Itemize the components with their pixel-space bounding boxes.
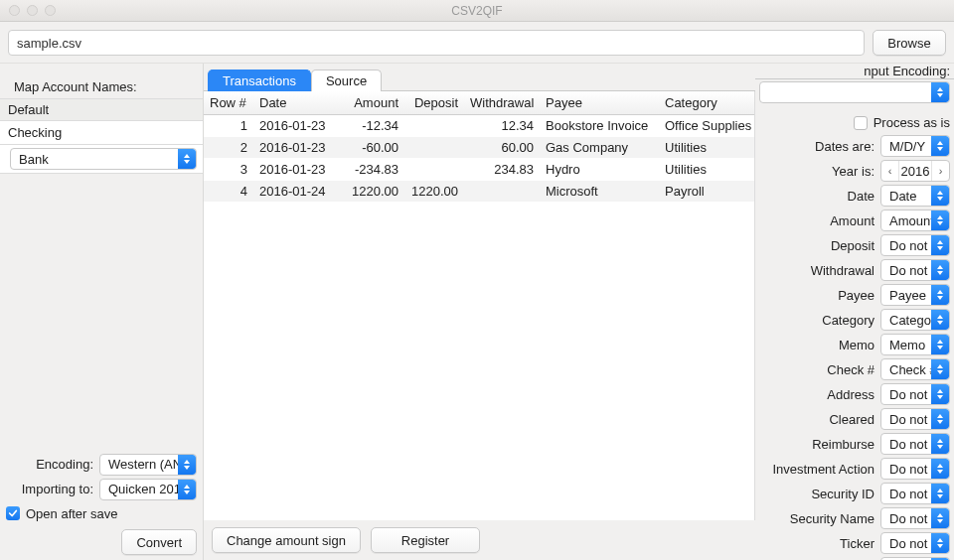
mapping-select[interactable]: Do not i xyxy=(880,507,950,529)
mapping-select[interactable]: Do not i xyxy=(880,408,950,430)
mapping-select[interactable]: Do not i xyxy=(880,433,950,455)
table-row[interactable]: 32016-01-23-234.83234.83HydroUtilities xyxy=(204,159,754,181)
process-as-is-checkbox[interactable]: Process as is xyxy=(854,115,950,130)
col-deposit[interactable]: Deposit xyxy=(404,91,464,115)
cell-deposit xyxy=(404,137,464,159)
col-row[interactable]: Row # xyxy=(204,91,253,115)
close-window-icon[interactable] xyxy=(9,5,20,16)
cell-row: 3 xyxy=(204,159,253,181)
col-withdrawal[interactable]: Withdrawal xyxy=(464,91,540,115)
mapping-select[interactable]: Do not i xyxy=(880,234,950,256)
mapping-row: MemoMemo xyxy=(759,334,950,355)
minimize-window-icon[interactable] xyxy=(27,5,38,16)
mapping-select[interactable]: Do not i xyxy=(880,259,950,281)
window-traffic-lights xyxy=(0,5,56,16)
updown-arrows-icon xyxy=(931,384,949,404)
mapping-label: Payee xyxy=(759,288,874,303)
mapping-label: Address xyxy=(759,387,874,402)
updown-arrows-icon xyxy=(178,480,196,499)
mapping-label: Withdrawal xyxy=(759,263,874,278)
updown-arrows-icon xyxy=(931,136,949,156)
browse-button[interactable]: Browse xyxy=(873,30,946,56)
mapping-select[interactable]: Check # xyxy=(880,358,950,380)
cell-amount: -60.00 xyxy=(341,137,404,159)
cell-category: Payroll xyxy=(659,181,754,203)
cell-withdrawal xyxy=(464,181,540,203)
updown-arrows-icon xyxy=(931,508,949,528)
mapping-select[interactable]: Do not i xyxy=(880,458,950,480)
account-type-select[interactable]: Bank xyxy=(10,148,197,170)
checkmark-icon xyxy=(6,506,20,520)
updown-arrows-icon xyxy=(931,285,949,305)
zoom-window-icon[interactable] xyxy=(45,5,56,16)
mapping-label: Investment Action xyxy=(759,462,874,477)
updown-arrows-icon xyxy=(931,310,949,330)
mapping-label: Memo xyxy=(759,338,874,352)
tab-transactions[interactable]: Transactions xyxy=(208,70,311,91)
cell-date: 2016-01-23 xyxy=(253,115,341,137)
account-list-item[interactable]: Checking xyxy=(0,121,203,144)
mapping-select[interactable]: Do not i xyxy=(880,532,950,554)
cell-date: 2016-01-23 xyxy=(253,159,341,181)
mapping-select[interactable]: Categor xyxy=(880,309,950,331)
window-title: CSV2QIF xyxy=(0,4,954,18)
left-panel: Map Account Names: Default Checking Bank… xyxy=(0,64,204,560)
mapping-row: TickerDo not i xyxy=(759,532,950,554)
col-category[interactable]: Category xyxy=(659,91,754,115)
chevron-right-icon[interactable]: › xyxy=(931,161,949,181)
default-label: Default xyxy=(0,98,203,121)
cell-payee: Bookstore Invoice xyxy=(540,115,659,137)
col-payee[interactable]: Payee xyxy=(540,91,659,115)
cell-date: 2016-01-24 xyxy=(253,181,341,203)
center-panel: Transactions Source Row # Date Amount De… xyxy=(204,64,755,560)
cell-row: 1 xyxy=(204,115,253,137)
cell-category: Utilities xyxy=(659,137,754,159)
updown-arrows-icon xyxy=(931,260,949,280)
col-date[interactable]: Date xyxy=(253,91,341,115)
tab-source[interactable]: Source xyxy=(311,70,382,91)
cell-amount: 1220.00 xyxy=(341,181,404,203)
input-encoding-label: nput Encoding: xyxy=(755,64,954,79)
right-panel: nput Encoding: Process as is Dates are: … xyxy=(755,64,954,560)
convert-button[interactable]: Convert xyxy=(121,529,197,555)
mapping-row: CategoryCategor xyxy=(759,309,950,331)
register-button[interactable]: Register xyxy=(371,527,480,553)
mapping-select[interactable]: Do not i xyxy=(880,383,950,405)
mapping-select[interactable]: Payee xyxy=(880,284,950,306)
cell-row: 2 xyxy=(204,137,253,159)
mapping-select[interactable]: Date xyxy=(880,185,950,207)
encoding-select[interactable]: Western (ANS xyxy=(99,454,197,476)
importing-to-label: Importing to: xyxy=(6,482,93,496)
change-amount-sign-button[interactable]: Change amount sign xyxy=(212,527,361,553)
input-encoding-select[interactable] xyxy=(759,81,950,103)
open-after-save-checkbox[interactable]: Open after save xyxy=(6,506,118,521)
table-row[interactable]: 42016-01-241220.001220.00MicrosoftPayrol… xyxy=(204,181,754,203)
dates-are-select[interactable]: M/D/Y xyxy=(880,135,950,157)
mapping-row: Security NameDo not i xyxy=(759,507,950,529)
cell-date: 2016-01-23 xyxy=(253,137,341,159)
mapping-select[interactable]: Amount xyxy=(880,210,950,231)
updown-arrows-icon xyxy=(931,533,949,553)
updown-arrows-icon xyxy=(931,210,949,230)
chevron-left-icon[interactable]: ‹ xyxy=(881,161,899,181)
mapping-select[interactable]: Memo xyxy=(880,334,950,355)
mapping-label: Ticker xyxy=(759,536,874,551)
cell-category: Office Supplies xyxy=(659,115,754,137)
map-account-title: Map Account Names: xyxy=(0,79,203,98)
table-row[interactable]: 22016-01-23-60.0060.00Gas CompanyUtiliti… xyxy=(204,137,754,159)
table-row[interactable]: 12016-01-23-12.3412.34Bookstore InvoiceO… xyxy=(204,115,754,137)
cell-category: Utilities xyxy=(659,159,754,181)
file-path-field[interactable]: sample.csv xyxy=(8,30,865,56)
year-stepper[interactable]: ‹ 2016 › xyxy=(880,160,950,182)
updown-arrows-icon xyxy=(931,82,949,102)
mapping-row: ReimburseDo not i xyxy=(759,433,950,455)
checkbox-empty-icon xyxy=(854,116,868,130)
mapping-row: Check #Check # xyxy=(759,358,950,380)
importing-to-select[interactable]: Quicken 2014 xyxy=(99,479,197,500)
transactions-table[interactable]: Row # Date Amount Deposit Withdrawal Pay… xyxy=(204,91,755,520)
mapping-label: Reimburse xyxy=(759,437,874,452)
col-amount[interactable]: Amount xyxy=(341,91,404,115)
account-list[interactable]: Checking xyxy=(0,121,203,145)
mapping-select[interactable]: Do not i xyxy=(880,483,950,504)
mapping-row: AmountAmount xyxy=(759,210,950,231)
